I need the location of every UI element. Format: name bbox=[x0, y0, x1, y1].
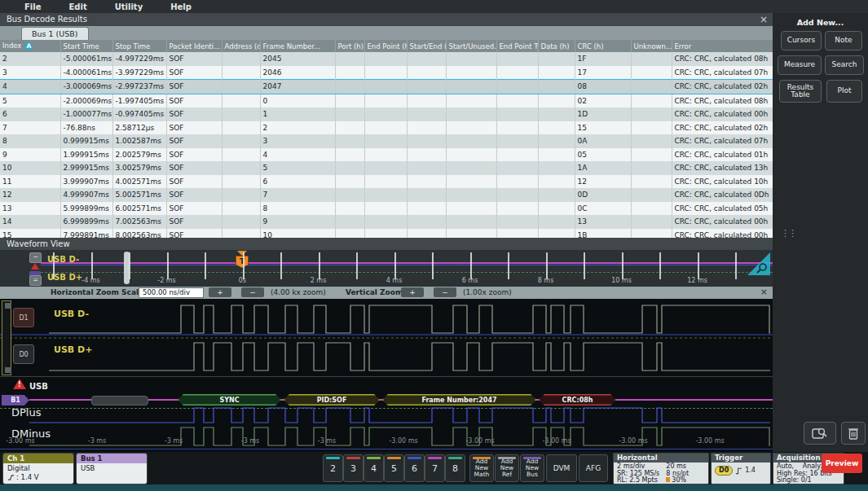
column-header[interactable]: End Point (h) bbox=[364, 40, 407, 52]
column-header[interactable]: Start/Unused... bbox=[446, 40, 496, 52]
bus-decode-view[interactable]: USB B1 DPlus DMinus SYNCPID:SOFFrame Num… bbox=[0, 376, 773, 453]
v-zoom-minus-button[interactable]: − bbox=[434, 287, 456, 297]
h-zoom-minus-button[interactable]: − bbox=[241, 287, 264, 297]
bus1-type: USB bbox=[81, 464, 143, 473]
add-new-measure-button[interactable]: Measure bbox=[778, 55, 822, 75]
table-row[interactable]: 113.999907ms4.002571msSOF612CRC: CRC, ca… bbox=[0, 175, 773, 189]
menu-item-file[interactable]: File bbox=[24, 2, 41, 11]
overview-time-label: 4 ms bbox=[386, 277, 403, 284]
table-row[interactable]: 80.999915ms1.002587msSOF30ACRC: CRC, cal… bbox=[0, 134, 773, 148]
h-zoom-scale-label: Horizontal Zoom Scale bbox=[51, 288, 143, 296]
dvm-button[interactable]: DVM bbox=[546, 454, 577, 482]
overview-collapse-handle[interactable]: − bbox=[29, 252, 42, 263]
overview-grip-handle[interactable]: = bbox=[29, 275, 42, 286]
channel-6-button[interactable]: 6 bbox=[404, 454, 425, 482]
sof-burst-tick bbox=[205, 252, 206, 279]
digital-strip-handle-top[interactable] bbox=[5, 303, 11, 309]
column-header[interactable]: Packet Identi... bbox=[166, 40, 222, 52]
cell-start: -76.88ns bbox=[60, 121, 112, 135]
column-header[interactable]: Unknown... bbox=[631, 40, 672, 52]
zoom-selection-button[interactable] bbox=[804, 422, 836, 445]
channel1-badge[interactable]: Ch 1 Digital : 1.4 V bbox=[2, 453, 74, 484]
d1-channel-badge[interactable]: D1 bbox=[13, 308, 34, 327]
horizontal-panel[interactable]: Horizontal 2 ms/divSR: 125 MS/sRL: 2.5 M… bbox=[613, 453, 709, 484]
table-row[interactable]: 3-4.000061ms-3.997229msSOF204617CRC: CRC… bbox=[0, 66, 773, 80]
digital-left-strip[interactable] bbox=[2, 300, 11, 375]
bus1-badge[interactable]: Bus 1 USB bbox=[76, 453, 148, 484]
table-row[interactable]: 2-5.000061ms-4.997229msSOF20451FCRC: CRC… bbox=[0, 52, 773, 66]
zoom-overview-icon[interactable] bbox=[747, 252, 771, 276]
column-header[interactable]: Start/End (h) bbox=[407, 40, 446, 52]
sort-badge: A bbox=[24, 42, 33, 50]
table-row[interactable]: 124.999907ms5.002571msSOF70DCRC: CRC, ca… bbox=[0, 188, 773, 202]
channel-3-button[interactable]: 3 bbox=[343, 454, 364, 482]
menu-item-help[interactable]: Help bbox=[170, 2, 192, 11]
column-header[interactable]: End Point Ty... bbox=[496, 40, 538, 52]
delete-button[interactable] bbox=[841, 422, 866, 445]
add-new-ref-button[interactable]: Add New Ref bbox=[495, 454, 519, 482]
column-header[interactable]: Port (h) bbox=[335, 40, 364, 52]
add-new-math-button[interactable]: Add New Math bbox=[469, 454, 494, 482]
cell-endpoint bbox=[364, 80, 407, 94]
overview-usb-dminus-label: USB D- bbox=[47, 255, 79, 264]
column-header[interactable]: Error bbox=[672, 40, 773, 52]
channel-8-button[interactable]: 8 bbox=[445, 454, 465, 482]
trigger-panel[interactable]: Trigger D0 1.4 bbox=[711, 453, 771, 484]
preview-button[interactable]: Preview bbox=[822, 454, 862, 473]
cell-packet: SOF bbox=[166, 80, 222, 94]
table-row[interactable]: 7-76.88ns2.58712µsSOF215CRC: CRC, calcul… bbox=[0, 121, 773, 135]
right-panel: Add New... ⋮⋮ CursorsNoteMeasureSearchRe… bbox=[773, 13, 868, 452]
cell-endpoint bbox=[364, 229, 407, 239]
column-header[interactable]: Address (d) bbox=[222, 40, 260, 52]
add-new-plot-button[interactable]: Plot bbox=[826, 80, 862, 103]
waveform-overview[interactable]: − = USB D- USB D+ T -4 ms-2 ms0s2 ms4 ms… bbox=[0, 250, 773, 287]
tab-bus1-usb[interactable]: Bus 1 (USB) bbox=[21, 27, 89, 41]
column-header[interactable]: Frame Number... bbox=[260, 40, 335, 52]
add-new-search-button[interactable]: Search bbox=[825, 55, 864, 75]
channel-5-button[interactable]: 5 bbox=[384, 454, 404, 482]
table-row[interactable]: 5-2.000069ms-1.997405msSOF002CRC: CRC, c… bbox=[0, 94, 773, 107]
channel-4-button[interactable]: 4 bbox=[364, 454, 384, 482]
column-header[interactable]: Stop Time bbox=[112, 40, 166, 52]
channel-7-button[interactable]: 7 bbox=[425, 454, 445, 482]
sof-burst-tick bbox=[91, 252, 93, 279]
cell-unknown bbox=[631, 229, 672, 239]
menu-item-edit[interactable]: Edit bbox=[68, 2, 86, 11]
menu-item-utility[interactable]: Utility bbox=[115, 2, 143, 11]
column-header[interactable]: CRC (h) bbox=[575, 40, 631, 52]
channel-color-stripe bbox=[408, 457, 421, 459]
table-row[interactable]: 102.999915ms3.002579msSOF51ACRC: CRC, ca… bbox=[0, 161, 773, 175]
add-new-cursors-button[interactable]: Cursors bbox=[781, 31, 822, 50]
close-icon[interactable]: × bbox=[760, 13, 768, 26]
table-row[interactable]: 91.999915ms2.002579msSOF405CRC: CRC, cal… bbox=[0, 148, 773, 162]
sof-burst-tick bbox=[319, 252, 320, 279]
digital-zoom-view[interactable]: D1 D0 USB D- USB D+ bbox=[0, 299, 773, 376]
column-header[interactable]: Start Time bbox=[60, 40, 112, 52]
splitter-handle[interactable]: ⋮⋮ bbox=[781, 228, 795, 239]
zoom-close-icon[interactable]: × bbox=[760, 287, 768, 297]
bus-time-label: -3 ms bbox=[165, 437, 183, 445]
digital-strip-handle-bottom[interactable] bbox=[5, 367, 11, 373]
add-new-note-button[interactable]: Note bbox=[825, 31, 862, 50]
cell-error: CRC: CRC, calculated 08h bbox=[672, 94, 773, 107]
table-row[interactable]: 4-3.000069ms-2.997237msSOF204708CRC: CRC… bbox=[0, 80, 773, 94]
cell-stop: 4.002571ms bbox=[112, 175, 166, 189]
channel-2-button[interactable]: 2 bbox=[323, 454, 343, 482]
bus-decode-table-wrap[interactable]: IndexAStart TimeStop TimePacket Identi..… bbox=[0, 40, 773, 238]
v-zoom-plus-button[interactable]: + bbox=[401, 287, 424, 297]
cell-stop: 3.002579ms bbox=[112, 161, 166, 175]
table-row[interactable]: 135.999899ms6.002571msSOF80CCRC: CRC, ca… bbox=[0, 202, 773, 216]
h-zoom-plus-button[interactable]: + bbox=[209, 287, 231, 297]
h-zoom-scale-value[interactable]: 500.00 ns/div bbox=[139, 287, 204, 298]
cell-frame: 1 bbox=[260, 107, 335, 121]
add-new-bus-button[interactable]: Add New Bus bbox=[520, 454, 544, 482]
table-row[interactable]: 146.999899ms7.002563msSOF913CRC: CRC, ca… bbox=[0, 215, 773, 229]
add-new-results-table-button[interactable]: Results Table bbox=[779, 80, 822, 103]
column-header[interactable]: IndexA bbox=[0, 40, 60, 52]
table-row[interactable]: 6-1.000077ms-0.997405msSOF11DCRC: CRC, c… bbox=[0, 107, 773, 121]
column-header[interactable]: Data (h) bbox=[538, 40, 575, 52]
afg-button[interactable]: AFG bbox=[579, 454, 608, 482]
d0-channel-badge[interactable]: D0 bbox=[13, 344, 34, 364]
table-row[interactable]: 157.999891ms8.002563msSOF101BCRC: CRC, c… bbox=[0, 229, 773, 239]
cell-packet: SOF bbox=[166, 202, 222, 216]
